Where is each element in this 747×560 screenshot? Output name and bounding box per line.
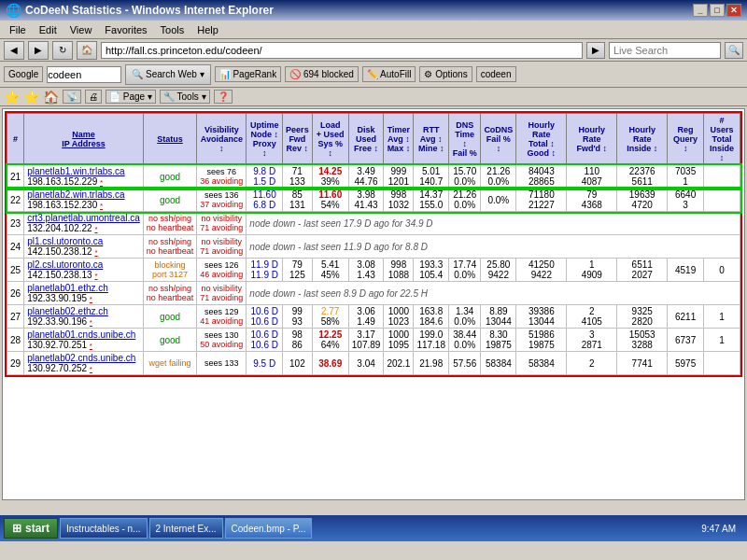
close-button[interactable]: ✕ xyxy=(726,4,741,17)
favorites-star2[interactable]: ⭐ xyxy=(23,90,39,105)
host-link[interactable]: pl1.csl.utoronto.ca xyxy=(27,236,103,246)
taskbar-item-instructables[interactable]: Instructables - n... xyxy=(60,518,147,539)
refresh-button[interactable]: ↻ xyxy=(52,41,73,60)
col-visibility[interactable]: VisibilityAvoidance↕ xyxy=(197,114,247,165)
star-link[interactable]: * xyxy=(94,225,97,233)
row-coDNS: 25.809422 xyxy=(481,259,516,282)
menu-favorites[interactable]: Favorites xyxy=(99,22,152,37)
host-link[interactable]: planetlab2.win.trlabs.ca xyxy=(27,189,125,200)
star-link[interactable]: * xyxy=(90,295,92,303)
go-button[interactable]: ▶ xyxy=(586,42,605,59)
star-link[interactable]: * xyxy=(94,248,97,257)
back-button[interactable]: ◀ xyxy=(4,41,24,60)
blocked-label[interactable]: 🚫 694 blocked xyxy=(285,66,359,82)
help-button[interactable]: ❓ xyxy=(214,90,233,104)
col-load[interactable]: Load+ UsedSys % ↕ xyxy=(312,114,348,165)
taskbar-item-ie[interactable]: 2 Internet Ex... xyxy=(149,518,223,539)
row-coDNS: 0.0% xyxy=(481,189,516,212)
row-num: 22 xyxy=(7,189,24,212)
row-users xyxy=(704,165,740,189)
row-peers: 9886 xyxy=(283,329,313,352)
row-coDNS: 8.8913044 xyxy=(481,305,516,329)
name-sort-link[interactable]: Name xyxy=(72,130,95,139)
host-link[interactable]: planetlab01.ethz.ch xyxy=(27,283,108,293)
star-link[interactable]: * xyxy=(90,365,92,373)
menu-edit[interactable]: Edit xyxy=(34,22,63,37)
print-button[interactable]: 🖨 xyxy=(85,90,102,104)
menu-view[interactable]: View xyxy=(64,22,98,37)
google-label[interactable]: Google xyxy=(4,66,43,82)
home-icon[interactable]: 🏠 xyxy=(43,90,59,105)
taskbar: ⊞ start Instructables - n... 2 Internet … xyxy=(0,515,747,541)
ip-address: 130.92.70.252 xyxy=(27,363,87,373)
host-link[interactable]: crt3.planetlab.umontreal.ca xyxy=(27,213,140,223)
windows-logo: ⊞ xyxy=(12,522,21,535)
host-link[interactable]: planetlab1.win.trlabs.ca xyxy=(27,166,125,176)
star-link[interactable]: * xyxy=(94,272,97,280)
options-label[interactable]: ⚙ Options xyxy=(419,66,472,82)
col-uptime[interactable]: UptimeNode ↕Proxy ↕ xyxy=(247,114,283,165)
star-link[interactable]: * xyxy=(90,318,92,327)
col-num[interactable]: # xyxy=(7,114,24,165)
status-sort-link[interactable]: Status xyxy=(157,134,183,144)
star-link[interactable]: * xyxy=(100,178,103,187)
star-link[interactable]: * xyxy=(90,342,92,350)
row-reg: 66403 xyxy=(668,189,704,212)
taskbar-item-codeen[interactable]: Codeen.bmp - P... xyxy=(225,518,313,539)
row-hourly-inside: 93252820 xyxy=(617,305,668,329)
row-hourly-total: 3938613044 xyxy=(516,305,567,329)
search-web-button[interactable]: 🔍 Search Web ▾ xyxy=(125,64,210,85)
row-hourly-inside: 7741 xyxy=(617,352,668,375)
minimize-button[interactable]: _ xyxy=(693,4,708,17)
col-timer[interactable]: TimerAvg ↕Max ↕ xyxy=(384,114,414,165)
tools-button[interactable]: 🔧 Tools ▾ xyxy=(160,90,210,104)
menu-help[interactable]: Help xyxy=(191,22,224,37)
autofill-label[interactable]: ✏️ AutoFill xyxy=(362,66,416,82)
ip-sort-link[interactable]: IP Address xyxy=(62,139,106,148)
ip-address: 192.33.90.195 xyxy=(27,293,87,303)
main-content[interactable]: # Name IP Address Status VisibilityAvoid… xyxy=(2,108,745,500)
host-link[interactable]: planetlab01.cnds.unibe.ch xyxy=(27,329,135,340)
col-rtt[interactable]: RTTAvg ↕Mine ↕ xyxy=(414,114,449,165)
row-num: 26 xyxy=(7,282,24,305)
menu-tools[interactable]: Tools xyxy=(155,22,190,37)
host-link[interactable]: planetlab02.ethz.ch xyxy=(27,306,108,316)
col-status[interactable]: Status xyxy=(143,114,197,165)
favorites-star1[interactable]: ⭐ xyxy=(4,90,20,105)
col-dns[interactable]: DNSTime ↕Fail % xyxy=(449,114,481,165)
col-hourly-total[interactable]: Hourly RateTotal ↕Good ↕ xyxy=(516,114,567,165)
col-coDNS[interactable]: CoDNSFail %↕ xyxy=(481,114,516,165)
row-disk: 3.17107.89 xyxy=(348,329,384,352)
table-row: 23 crt3.planetlab.umontreal.ca 132.204.1… xyxy=(7,212,740,235)
row-status: no ssh/pingno heartbeat xyxy=(143,235,197,259)
search-go-button[interactable]: 🔍 xyxy=(725,42,743,59)
col-users[interactable]: # UsersTotalInside ↕ xyxy=(704,114,740,165)
ip-address: 198.163.152.230 xyxy=(27,200,97,210)
address-bar: ◀ ▶ ↻ 🏠 ▶ 🔍 xyxy=(0,39,747,62)
col-disk[interactable]: DiskUsedFree ↕ xyxy=(348,114,384,165)
col-reg[interactable]: RegQuery ↕ xyxy=(668,114,704,165)
col-name[interactable]: Name IP Address xyxy=(24,114,144,165)
address-input[interactable] xyxy=(101,42,583,59)
maximize-button[interactable]: □ xyxy=(710,4,725,17)
search-input[interactable] xyxy=(609,42,721,59)
row-peers: 9993 xyxy=(283,305,313,329)
col-hourly-inside[interactable]: Hourly RateInside ↕ xyxy=(617,114,668,165)
codeen-toolbar-label[interactable]: codeen xyxy=(476,66,516,82)
col-peers[interactable]: PeersFwdRev ↕ xyxy=(283,114,313,165)
rss-button[interactable]: 📡 xyxy=(63,90,81,104)
home-button[interactable]: 🏠 xyxy=(77,41,97,60)
host-link[interactable]: planetlab02.cnds.unibe.ch xyxy=(27,353,135,363)
star-link[interactable]: * xyxy=(100,202,103,210)
row-load: 11.6054% xyxy=(312,189,348,212)
google-search-input[interactable] xyxy=(47,66,121,83)
row-dns: 21.260.0% xyxy=(449,189,481,212)
col-hourly-fwd[interactable]: Hourly RateFwd'd ↕ xyxy=(567,114,617,165)
row-num: 23 xyxy=(7,212,24,235)
page-button[interactable]: 📄 Page ▾ xyxy=(106,90,156,104)
menu-file[interactable]: File xyxy=(4,22,32,37)
start-button[interactable]: ⊞ start xyxy=(4,518,58,539)
row-uptime: 11.9 D11.9 D xyxy=(247,259,283,282)
forward-button[interactable]: ▶ xyxy=(28,41,49,60)
host-link[interactable]: pl2.csl.utoronto.ca xyxy=(27,259,103,270)
